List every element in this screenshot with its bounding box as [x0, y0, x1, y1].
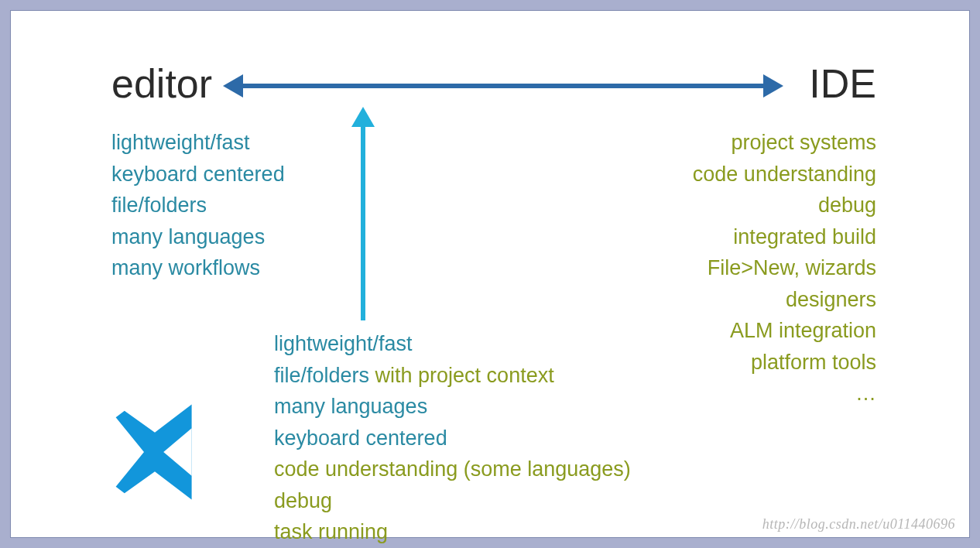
list-item: File>New, wizards	[693, 252, 876, 284]
heading-editor: editor	[111, 63, 212, 104]
watermark-text: http://blog.csdn.net/u011440696	[762, 516, 955, 533]
text-teal: keyboard centered	[274, 426, 447, 450]
text-olive: with project context	[369, 364, 554, 387]
list-item: file/folders with project context	[274, 360, 631, 392]
text-teal: file/folders	[274, 364, 369, 387]
list-item: code understanding	[693, 159, 876, 190]
vscode-logo-icon	[111, 398, 220, 506]
list-item: ALM integration	[693, 315, 876, 347]
ide-features-list: project systems code understanding debug…	[693, 127, 876, 409]
editor-features-list: lightweight/fast keyboard centered file/…	[111, 127, 285, 284]
list-item: lightweight/fast	[274, 328, 631, 360]
list-item: file/folders	[111, 190, 285, 221]
list-item: debug	[274, 485, 631, 517]
vscode-features-list: lightweight/fast file/folders with proje…	[274, 328, 631, 548]
text-olive: task running	[274, 520, 388, 543]
text-teal: lightweight/fast	[274, 332, 413, 355]
spectrum-arrow-icon	[240, 84, 766, 88]
list-item: code understanding (some languages)	[274, 454, 631, 485]
list-item: integrated build	[693, 221, 876, 253]
heading-ide: IDE	[809, 63, 876, 104]
list-item: many workflows	[111, 252, 285, 284]
list-item: debug	[693, 190, 876, 221]
list-item: keyboard centered	[274, 423, 631, 454]
text-olive: debug	[274, 489, 332, 512]
list-item: keyboard centered	[111, 159, 285, 190]
list-item: many languages	[274, 391, 631, 423]
list-item: designers	[693, 284, 876, 316]
text-olive: code understanding (some languages)	[274, 457, 631, 481]
list-item: …	[693, 378, 876, 409]
list-item: project systems	[693, 127, 876, 159]
vertical-arrow-icon	[351, 107, 375, 320]
list-item: task running	[274, 516, 631, 548]
text-teal: many languages	[274, 395, 427, 418]
list-item: lightweight/fast	[111, 127, 285, 159]
list-item: platform tools	[693, 347, 876, 378]
slide-card: editor IDE lightweight/fast keyboard cen…	[10, 10, 970, 538]
list-item: many languages	[111, 221, 285, 253]
